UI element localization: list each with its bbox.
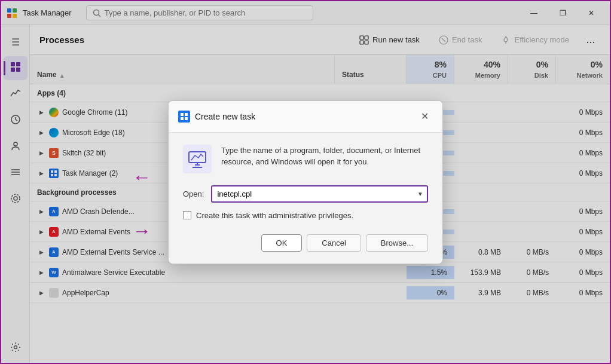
- dialog-input-wrapper: ▼: [211, 185, 428, 203]
- dialog-overlay: ← → Create new task ✕: [0, 0, 611, 364]
- admin-privileges-checkbox[interactable]: [183, 211, 191, 219]
- dialog-open-row: Open: ▼: [183, 185, 428, 203]
- dialog-close-button[interactable]: ✕: [416, 108, 433, 125]
- svg-rect-31: [181, 117, 184, 120]
- dialog-open-input[interactable]: [211, 185, 428, 203]
- create-task-dialog: Create new task ✕ Type the n: [168, 100, 443, 264]
- dialog-footer: OK Cancel Browse...: [183, 232, 428, 252]
- dialog-body: Type the name of a program, folder, docu…: [169, 133, 442, 264]
- dialog-description-row: Type the name of a program, folder, docu…: [183, 145, 428, 173]
- svg-rect-29: [181, 113, 184, 116]
- admin-privileges-label: Create this task with administrative pri…: [196, 211, 353, 220]
- svg-rect-32: [185, 117, 188, 120]
- dialog-dropdown-button[interactable]: ▼: [414, 187, 427, 200]
- dialog-description: Type the name of a program, folder, docu…: [221, 145, 428, 168]
- ok-button[interactable]: OK: [261, 234, 303, 252]
- dialog-titlebar: Create new task ✕: [169, 101, 442, 133]
- cancel-button[interactable]: Cancel: [307, 234, 361, 252]
- dialog-title: Create new task: [195, 112, 255, 121]
- left-arrow-annotation: ←: [132, 166, 151, 188]
- browse-button[interactable]: Browse...: [366, 234, 428, 252]
- right-arrow-annotation: →: [132, 220, 151, 242]
- dialog-title-icon: [178, 111, 190, 123]
- dialog-wrapper: ← → Create new task ✕: [168, 100, 443, 264]
- computer-icon: [183, 145, 212, 173]
- dialog-checkbox-row: Create this task with administrative pri…: [183, 211, 428, 220]
- svg-rect-30: [185, 113, 188, 116]
- dialog-open-label: Open:: [183, 189, 204, 198]
